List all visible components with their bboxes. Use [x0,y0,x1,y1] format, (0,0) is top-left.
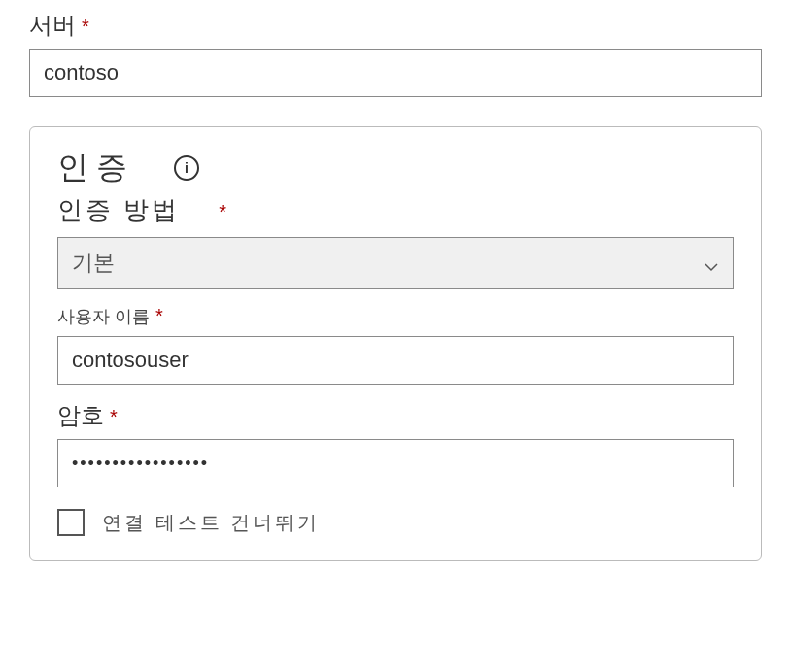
server-label: 서버 * [29,10,762,41]
auth-method-value: 기본 [72,249,115,278]
server-field-group: 서버 * [29,10,762,97]
auth-method-select[interactable]: 기본 [57,237,734,289]
chevron-down-icon [704,255,719,271]
password-label: 암호 * [57,400,734,431]
auth-method-label-row: 인증 방법 * [57,193,734,227]
password-label-text: 암호 [57,400,104,431]
username-label-text: 사용자 이름 [57,305,150,328]
password-input[interactable]: ••••••••••••••••• [57,439,734,487]
server-label-text: 서버 [29,10,76,41]
auth-title-row: 인증 i [57,147,734,189]
username-label: 사용자 이름 * [57,305,734,328]
auth-method-select-wrapper: 기본 [57,237,734,289]
password-field-group: 암호 * ••••••••••••••••• [57,400,734,487]
info-icon[interactable]: i [174,155,199,181]
auth-method-label: 인증 방법 [57,193,180,227]
skip-test-label: 연결 테스트 건너뛰기 [102,510,320,536]
auth-panel: 인증 i 인증 방법 * 기본 사용자 이름 * 암호 * ••••••••••… [29,126,762,561]
required-indicator: * [110,406,118,428]
required-indicator: * [82,16,89,38]
required-indicator: * [219,201,226,223]
username-input[interactable] [57,336,734,385]
skip-test-checkbox[interactable] [57,509,85,536]
auth-title: 인증 [57,147,135,189]
skip-test-row: 연결 테스트 건너뛰기 [57,509,734,536]
username-field-group: 사용자 이름 * [57,305,734,385]
required-indicator: * [155,305,163,327]
server-input[interactable] [29,49,762,97]
